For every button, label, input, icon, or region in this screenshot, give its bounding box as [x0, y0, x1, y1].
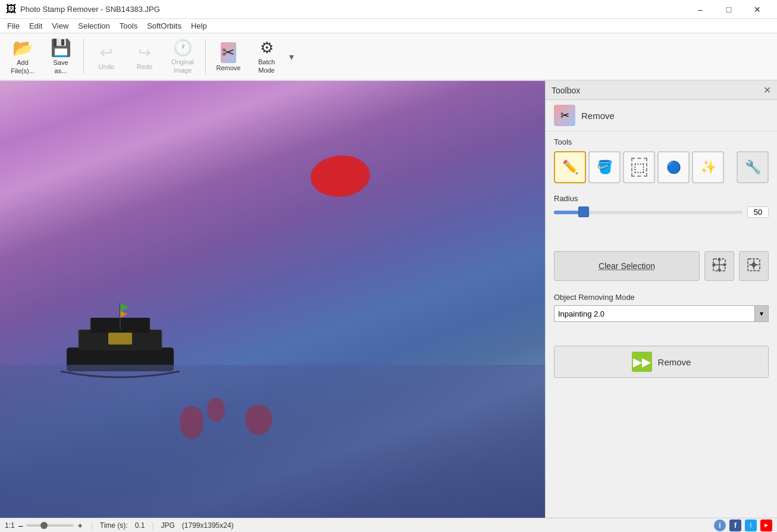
main-area: Toolbox ✕ ✂ Remove Tools ✏️ 🪣 ⬚ [0, 81, 777, 518]
mode-dropdown-arrow[interactable]: ▾ [754, 305, 769, 322]
save-as-button[interactable]: 💾 Saveas... [43, 36, 79, 77]
menu-help[interactable]: Help [186, 20, 212, 32]
remove-action-button[interactable]: ▶▶ Remove [554, 346, 769, 378]
toolbar-separator-1 [83, 39, 84, 74]
titlebar: 🖼 Photo Stamp Remover - SNB14383.JPG – □… [0, 0, 777, 19]
svg-marker-24 [754, 263, 757, 267]
toolbox-close-button[interactable]: ✕ [763, 85, 771, 96]
save-as-icon: 💾 [51, 38, 71, 58]
radius-label: Radius [554, 194, 769, 203]
rect-select-icon: ⬚ [631, 158, 647, 177]
twitter-icon[interactable]: t [745, 520, 757, 531]
save-as-label: Saveas... [53, 59, 68, 74]
mode-label: Object Removing Mode [554, 293, 769, 302]
magic-wand-icon: ✨ [700, 159, 716, 175]
menu-view[interactable]: View [47, 20, 73, 32]
remove-button-toolbar[interactable]: ✂ Remove [211, 36, 246, 77]
lasso-icon: 🔵 [666, 160, 681, 174]
menu-selection[interactable]: Selection [73, 20, 114, 32]
clear-selection-button[interactable]: Clear Selection [554, 251, 700, 281]
canvas-area[interactable] [0, 81, 545, 518]
menu-softorbits[interactable]: SoftOrbits [142, 20, 186, 32]
rect-select-tool-button[interactable]: ⬚ [623, 151, 655, 183]
radius-slider-thumb[interactable] [578, 206, 589, 217]
info-icon[interactable]: i [714, 520, 726, 531]
toolbar: 📂 AddFile(s)... 💾 Saveas... ↩ Undo ↪ Red… [0, 33, 777, 81]
app-icon: 🖼 [6, 3, 17, 15]
remove-btn-arrow-icon: ▶▶ [632, 352, 652, 372]
remove-button-section: ▶▶ Remove [546, 339, 777, 385]
svg-marker-5 [120, 311, 127, 318]
redo-button[interactable]: ↪ Redo [127, 36, 162, 77]
toolbar-more-button[interactable]: ▾ [287, 49, 296, 65]
shrink-selection-icon [746, 257, 762, 276]
magic-eraser-tool-button[interactable]: 🪣 [588, 151, 621, 183]
toolbar-separator-2 [205, 39, 206, 74]
redo-label: Redo [137, 63, 152, 70]
original-image-icon: 🕐 [173, 39, 192, 57]
toolbox-header: Toolbox ✕ [546, 81, 777, 100]
toolbox-title: Toolbox [552, 86, 580, 95]
action-row: Clear Selection [546, 244, 777, 288]
shrink-selection-button[interactable] [739, 251, 769, 281]
stamp-icon: 🔧 [745, 159, 761, 175]
original-image-label: OriginalImage [171, 58, 194, 74]
spacer [546, 220, 777, 244]
radius-slider-track[interactable] [554, 211, 742, 214]
add-files-label: AddFile(s)... [11, 59, 35, 74]
sea-area [0, 365, 545, 518]
remove-section-title: Remove [581, 111, 615, 121]
brush-icon: ✏️ [562, 159, 578, 175]
dimensions-label: (1799x1395x24) [182, 521, 234, 530]
status-sep2: | [152, 521, 153, 530]
radius-slider-fill [554, 211, 578, 214]
window-title: Photo Stamp Remover - SNB14383.JPG [20, 5, 687, 14]
mode-select[interactable]: Inpainting 2.0 Inpainting 1.0 Smart Fill [554, 305, 755, 322]
zoom-slider[interactable] [26, 524, 74, 527]
undo-button[interactable]: ↩ Undo [89, 36, 124, 77]
window-controls: – □ ✕ [687, 0, 771, 19]
mode-select-row: Inpainting 2.0 Inpainting 1.0 Smart Fill… [554, 305, 769, 322]
menu-edit[interactable]: Edit [24, 20, 47, 32]
tools-grid: ✏️ 🪣 ⬚ 🔵 ✨ 🔧 [554, 151, 769, 183]
status-social-icons: i f t ▶ [714, 520, 772, 531]
arrow-right-icon: ▶▶ [633, 355, 651, 369]
svg-marker-4 [120, 303, 129, 312]
minimize-button[interactable]: – [687, 0, 714, 19]
zoom-in-button[interactable]: + [76, 521, 83, 530]
original-image-button[interactable]: 🕐 OriginalImage [165, 36, 200, 77]
remove-button-label: Remove [658, 357, 691, 367]
menubar: File Edit View Selection Tools SoftOrbit… [0, 19, 777, 33]
svg-marker-23 [750, 263, 753, 267]
clear-selection-label: Clear Selection [599, 261, 655, 271]
svg-rect-6 [108, 333, 132, 345]
expand-selection-icon [712, 257, 727, 276]
maximize-button[interactable]: □ [715, 0, 742, 19]
add-files-button[interactable]: 📂 AddFile(s)... [5, 36, 40, 77]
zoom-slider-thumb [40, 522, 48, 529]
zoom-label: 1:1 [5, 521, 15, 530]
expand-selection-button[interactable] [704, 251, 734, 281]
add-files-icon: 📂 [12, 38, 33, 58]
lasso-tool-button[interactable]: 🔵 [657, 151, 690, 183]
remove-header: ✂ Remove [546, 100, 777, 132]
zoom-out-button[interactable]: – [17, 521, 24, 530]
time-label: Time (s): [100, 521, 128, 530]
close-button[interactable]: ✕ [744, 0, 771, 19]
batch-mode-button[interactable]: ⚙ BatchMode [249, 36, 284, 77]
menu-tools[interactable]: Tools [115, 20, 142, 32]
magic-wand-tool-button[interactable]: ✨ [692, 151, 724, 183]
remove-label: Remove [217, 64, 241, 71]
youtube-icon[interactable]: ▶ [760, 520, 772, 531]
format-label: JPG [161, 521, 175, 530]
facebook-icon[interactable]: f [729, 520, 741, 531]
time-value: 0.1 [135, 521, 145, 530]
photo-canvas[interactable] [0, 81, 545, 518]
brush-tool-button[interactable]: ✏️ [554, 151, 586, 183]
menu-file[interactable]: File [2, 20, 24, 32]
stamp-tool-button[interactable]: 🔧 [737, 151, 769, 183]
statusbar: 1:1 – + | Time (s): 0.1 | JPG (1799x1395… [0, 518, 777, 532]
remove-icon-box: ✂ [554, 105, 575, 126]
undo-icon: ↩ [100, 43, 113, 62]
radius-value-input[interactable] [747, 206, 769, 218]
